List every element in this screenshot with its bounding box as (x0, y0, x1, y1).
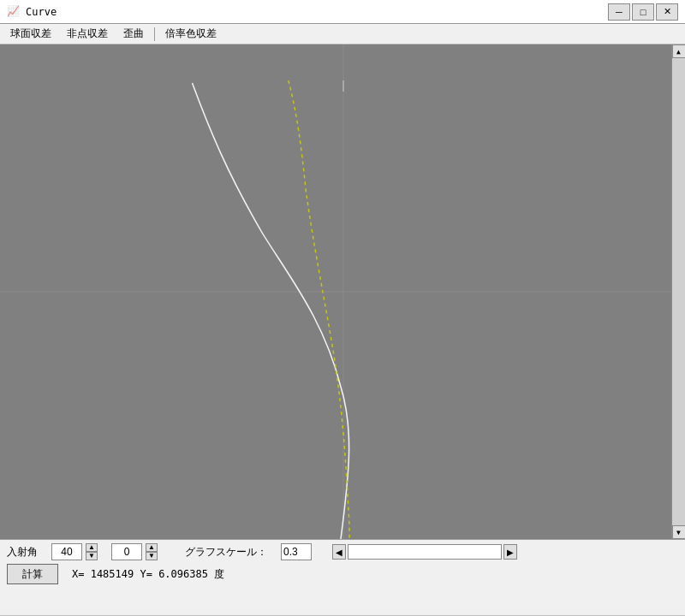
incidence-angle-input[interactable] (51, 543, 82, 560)
menu-bar: 球面収差 非点収差 歪曲 倍率色収差 (0, 24, 685, 44)
restore-button[interactable]: □ (632, 3, 654, 21)
incidence-angle2-input[interactable] (111, 543, 142, 560)
toolbar-row2: 計算 X= 1485149 Y= 6.096385 度 (7, 564, 678, 584)
close-button[interactable]: ✕ (656, 3, 678, 21)
menu-item-chromatic[interactable]: 倍率色収差 (158, 25, 223, 43)
menu-item-astigmatism[interactable]: 非点収差 (60, 25, 115, 43)
incidence-angle-down[interactable]: ▼ (86, 552, 98, 560)
incidence-angle-group: ▲ ▼ (51, 543, 98, 560)
slider-container: ◀ ▶ (332, 544, 517, 560)
title-bar-buttons: ─ □ ✕ (608, 3, 678, 21)
graph-scale-label: グラフスケール： (185, 545, 267, 560)
title-bar: 📈 Curve ─ □ ✕ (0, 0, 685, 24)
app-icon: 📈 (7, 5, 21, 19)
minimize-button[interactable]: ─ (608, 3, 630, 21)
calc-button[interactable]: 計算 (7, 564, 58, 584)
right-scrollbar: ▲ ▼ (671, 44, 685, 539)
slider-track[interactable] (348, 544, 502, 560)
graph-scale-input[interactable] (281, 543, 312, 560)
window-title: Curve (26, 6, 57, 18)
menu-separator (154, 27, 155, 41)
scroll-down-button[interactable]: ▼ (672, 525, 686, 539)
canvas-area: ▲ ▼ (0, 44, 685, 539)
incidence-angle-label: 入射角 (7, 545, 38, 560)
incidence-angle2-down[interactable]: ▼ (146, 552, 158, 560)
slider-right-button[interactable]: ▶ (503, 544, 517, 560)
incidence-angle-up[interactable]: ▲ (86, 543, 98, 552)
menu-item-spherical[interactable]: 球面収差 (3, 25, 58, 43)
menu-item-distortion[interactable]: 歪曲 (116, 25, 151, 43)
incidence-angle2-group: ▲ ▼ (111, 543, 158, 560)
curve-svg (0, 44, 685, 539)
incidence-angle-spin: ▲ ▼ (86, 543, 98, 560)
incidence-angle2-up[interactable]: ▲ (146, 543, 158, 552)
bottom-bar: 入射角 ▲ ▼ ▲ ▼ グラフスケール： ◀ ▶ 計算 X= 1485149 Y… (0, 539, 685, 615)
toolbar-row1: 入射角 ▲ ▼ ▲ ▼ グラフスケール： ◀ ▶ (7, 543, 678, 560)
coord-display: X= 1485149 Y= 6.096385 度 (72, 567, 224, 582)
slider-left-button[interactable]: ◀ (332, 544, 346, 560)
scroll-track-vertical (672, 58, 685, 525)
incidence-angle2-spin: ▲ ▼ (146, 543, 158, 560)
scroll-up-button[interactable]: ▲ (672, 44, 686, 58)
